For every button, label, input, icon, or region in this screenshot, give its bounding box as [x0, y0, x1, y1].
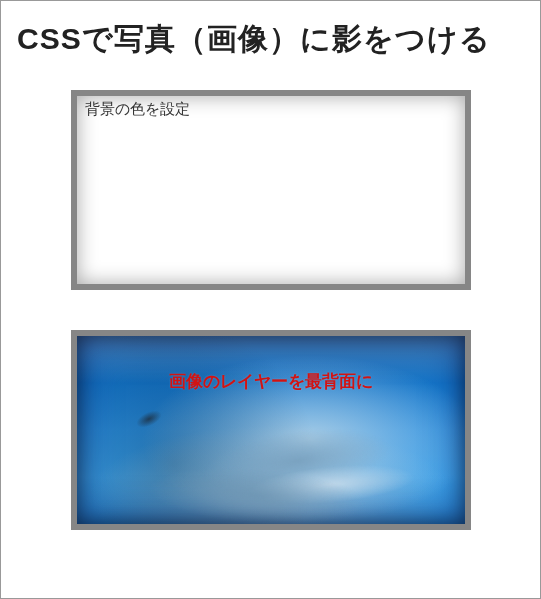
box1-label: 背景の色を設定: [85, 100, 190, 119]
content-area: 背景の色を設定 画像のレイヤーを最背面に: [17, 90, 524, 530]
page: CSSで写真（画像）に影をつける 背景の色を設定 画像のレイヤーを最背面に: [0, 0, 541, 599]
example-box-bgcolor: 背景の色を設定: [71, 90, 471, 290]
example-box-image-layer: 画像のレイヤーを最背面に: [71, 330, 471, 530]
page-title: CSSで写真（画像）に影をつける: [17, 19, 524, 60]
box2-label: 画像のレイヤーを最背面に: [77, 370, 465, 393]
